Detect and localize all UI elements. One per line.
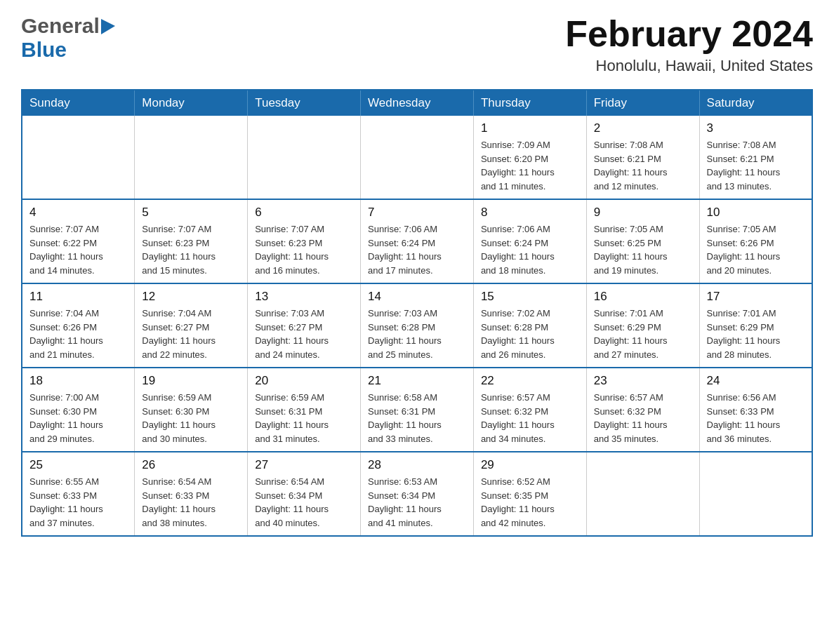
day-info: Sunrise: 7:04 AMSunset: 6:27 PMDaylight:… (142, 307, 240, 361)
day-info: Sunrise: 6:53 AMSunset: 6:34 PMDaylight:… (368, 475, 466, 530)
day-info: Sunrise: 7:08 AMSunset: 6:21 PMDaylight:… (707, 138, 805, 193)
location-subtitle: Honolulu, Hawaii, United States (565, 57, 813, 75)
calendar-week-row: 1Sunrise: 7:09 AMSunset: 6:20 PMDaylight… (22, 116, 812, 199)
day-number: 4 (29, 206, 127, 220)
table-row: 26Sunrise: 6:54 AMSunset: 6:33 PMDayligh… (135, 452, 248, 536)
table-row: 12Sunrise: 7:04 AMSunset: 6:27 PMDayligh… (135, 283, 248, 368)
day-number: 20 (255, 374, 353, 388)
day-number: 10 (707, 206, 805, 220)
weekday-header-row: Sunday Monday Tuesday Wednesday Thursday… (22, 90, 812, 116)
day-number: 22 (481, 374, 579, 388)
day-number: 5 (142, 206, 240, 220)
day-info: Sunrise: 7:07 AMSunset: 6:22 PMDaylight:… (29, 222, 127, 277)
day-number: 8 (481, 206, 579, 220)
page-header: General Blue February 2024 Honolulu, Haw… (21, 14, 813, 75)
header-thursday: Thursday (473, 90, 586, 116)
table-row: 2Sunrise: 7:08 AMSunset: 6:21 PMDaylight… (586, 116, 699, 199)
table-row: 4Sunrise: 7:07 AMSunset: 6:22 PMDaylight… (22, 199, 135, 283)
table-row (361, 116, 474, 199)
calendar-week-row: 11Sunrise: 7:04 AMSunset: 6:26 PMDayligh… (22, 283, 812, 368)
day-info: Sunrise: 7:08 AMSunset: 6:21 PMDaylight:… (594, 138, 692, 193)
logo-general-text: General (21, 14, 100, 38)
table-row: 8Sunrise: 7:06 AMSunset: 6:24 PMDaylight… (473, 199, 586, 283)
title-block: February 2024 Honolulu, Hawaii, United S… (565, 14, 813, 75)
day-info: Sunrise: 7:05 AMSunset: 6:25 PMDaylight:… (594, 222, 692, 277)
table-row: 9Sunrise: 7:05 AMSunset: 6:25 PMDaylight… (586, 199, 699, 283)
calendar-week-row: 18Sunrise: 7:00 AMSunset: 6:30 PMDayligh… (22, 368, 812, 452)
day-number: 19 (142, 374, 240, 388)
table-row (699, 452, 812, 536)
day-number: 11 (29, 290, 127, 304)
day-info: Sunrise: 6:57 AMSunset: 6:32 PMDaylight:… (481, 391, 579, 445)
day-number: 3 (707, 121, 805, 135)
day-info: Sunrise: 7:06 AMSunset: 6:24 PMDaylight:… (481, 222, 579, 277)
header-sunday: Sunday (22, 90, 135, 116)
day-number: 24 (707, 374, 805, 388)
table-row (135, 116, 248, 199)
calendar-week-row: 4Sunrise: 7:07 AMSunset: 6:22 PMDaylight… (22, 199, 812, 283)
table-row: 19Sunrise: 6:59 AMSunset: 6:30 PMDayligh… (135, 368, 248, 452)
day-info: Sunrise: 6:55 AMSunset: 6:33 PMDaylight:… (29, 475, 127, 530)
day-number: 25 (29, 458, 127, 472)
day-number: 6 (255, 206, 353, 220)
day-number: 29 (481, 458, 579, 472)
calendar-week-row: 25Sunrise: 6:55 AMSunset: 6:33 PMDayligh… (22, 452, 812, 536)
day-info: Sunrise: 7:07 AMSunset: 6:23 PMDaylight:… (142, 222, 240, 277)
month-title: February 2024 (565, 14, 813, 54)
day-info: Sunrise: 7:04 AMSunset: 6:26 PMDaylight:… (29, 307, 127, 361)
header-saturday: Saturday (699, 90, 812, 116)
table-row: 6Sunrise: 7:07 AMSunset: 6:23 PMDaylight… (248, 199, 361, 283)
table-row: 22Sunrise: 6:57 AMSunset: 6:32 PMDayligh… (473, 368, 586, 452)
logo-blue-text: Blue (21, 38, 67, 61)
day-info: Sunrise: 7:03 AMSunset: 6:27 PMDaylight:… (255, 307, 353, 361)
table-row: 23Sunrise: 6:57 AMSunset: 6:32 PMDayligh… (586, 368, 699, 452)
table-row: 20Sunrise: 6:59 AMSunset: 6:31 PMDayligh… (248, 368, 361, 452)
table-row: 24Sunrise: 6:56 AMSunset: 6:33 PMDayligh… (699, 368, 812, 452)
table-row: 16Sunrise: 7:01 AMSunset: 6:29 PMDayligh… (586, 283, 699, 368)
day-number: 27 (255, 458, 353, 472)
day-number: 12 (142, 290, 240, 304)
day-info: Sunrise: 6:57 AMSunset: 6:32 PMDaylight:… (594, 391, 692, 445)
day-number: 9 (594, 206, 692, 220)
logo: General Blue (21, 14, 117, 62)
svg-marker-0 (101, 19, 115, 34)
header-friday: Friday (586, 90, 699, 116)
day-info: Sunrise: 6:58 AMSunset: 6:31 PMDaylight:… (368, 391, 466, 445)
table-row: 10Sunrise: 7:05 AMSunset: 6:26 PMDayligh… (699, 199, 812, 283)
table-row (22, 116, 135, 199)
day-number: 17 (707, 290, 805, 304)
table-row: 17Sunrise: 7:01 AMSunset: 6:29 PMDayligh… (699, 283, 812, 368)
day-info: Sunrise: 7:01 AMSunset: 6:29 PMDaylight:… (594, 307, 692, 361)
table-row: 18Sunrise: 7:00 AMSunset: 6:30 PMDayligh… (22, 368, 135, 452)
table-row: 27Sunrise: 6:54 AMSunset: 6:34 PMDayligh… (248, 452, 361, 536)
table-row: 21Sunrise: 6:58 AMSunset: 6:31 PMDayligh… (361, 368, 474, 452)
table-row (586, 452, 699, 536)
day-number: 21 (368, 374, 466, 388)
day-number: 14 (368, 290, 466, 304)
day-info: Sunrise: 6:54 AMSunset: 6:33 PMDaylight:… (142, 475, 240, 530)
header-tuesday: Tuesday (248, 90, 361, 116)
table-row: 1Sunrise: 7:09 AMSunset: 6:20 PMDaylight… (473, 116, 586, 199)
table-row: 14Sunrise: 7:03 AMSunset: 6:28 PMDayligh… (361, 283, 474, 368)
table-row: 7Sunrise: 7:06 AMSunset: 6:24 PMDaylight… (361, 199, 474, 283)
day-info: Sunrise: 7:07 AMSunset: 6:23 PMDaylight:… (255, 222, 353, 277)
table-row: 11Sunrise: 7:04 AMSunset: 6:26 PMDayligh… (22, 283, 135, 368)
table-row: 25Sunrise: 6:55 AMSunset: 6:33 PMDayligh… (22, 452, 135, 536)
day-number: 7 (368, 206, 466, 220)
header-monday: Monday (135, 90, 248, 116)
table-row: 15Sunrise: 7:02 AMSunset: 6:28 PMDayligh… (473, 283, 586, 368)
table-row: 29Sunrise: 6:52 AMSunset: 6:35 PMDayligh… (473, 452, 586, 536)
day-info: Sunrise: 7:01 AMSunset: 6:29 PMDaylight:… (707, 307, 805, 361)
day-number: 15 (481, 290, 579, 304)
day-info: Sunrise: 6:59 AMSunset: 6:31 PMDaylight:… (255, 391, 353, 445)
day-info: Sunrise: 7:05 AMSunset: 6:26 PMDaylight:… (707, 222, 805, 277)
day-info: Sunrise: 7:06 AMSunset: 6:24 PMDaylight:… (368, 222, 466, 277)
table-row (248, 116, 361, 199)
day-number: 26 (142, 458, 240, 472)
day-info: Sunrise: 6:54 AMSunset: 6:34 PMDaylight:… (255, 475, 353, 530)
table-row: 5Sunrise: 7:07 AMSunset: 6:23 PMDaylight… (135, 199, 248, 283)
day-info: Sunrise: 6:59 AMSunset: 6:30 PMDaylight:… (142, 391, 240, 445)
day-info: Sunrise: 6:56 AMSunset: 6:33 PMDaylight:… (707, 391, 805, 445)
day-number: 28 (368, 458, 466, 472)
table-row: 13Sunrise: 7:03 AMSunset: 6:27 PMDayligh… (248, 283, 361, 368)
